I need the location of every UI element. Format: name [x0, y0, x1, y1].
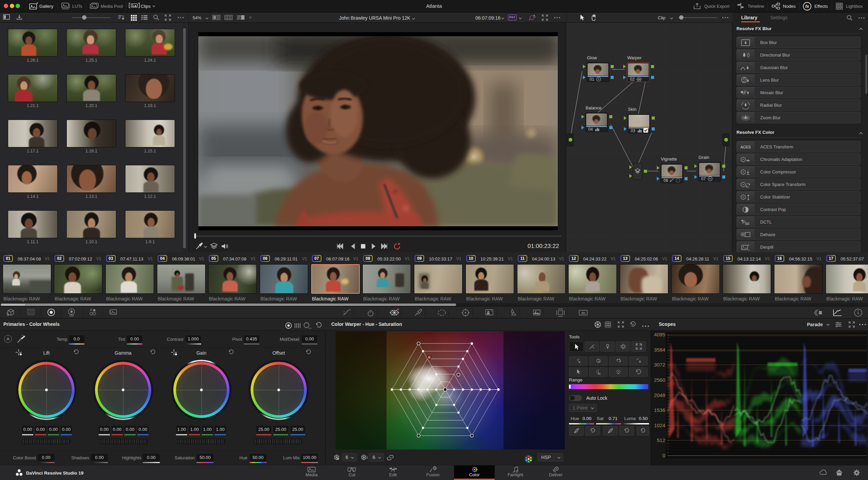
- svg-text:fx: fx: [805, 4, 809, 9]
- svg-text:fx: fx: [598, 78, 600, 80]
- svg-text:3D: 3D: [581, 311, 585, 315]
- svg-text:HDR: HDR: [69, 315, 74, 317]
- svg-text:fx: fx: [709, 178, 711, 180]
- svg-text:DCTL: DCTL: [745, 223, 750, 225]
- svg-text:LOG: LOG: [309, 327, 312, 329]
- svg-text:ACES: ACES: [741, 145, 751, 149]
